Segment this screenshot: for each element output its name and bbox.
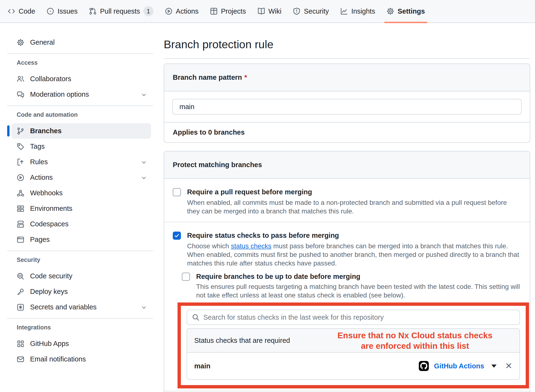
page-title: Branch protection rule <box>164 38 530 51</box>
sidebar-item-branches[interactable]: Branches <box>11 123 151 139</box>
tab-wiki[interactable]: Wiki <box>252 0 287 23</box>
tab-code-label: Code <box>19 7 35 15</box>
repo-tab-bar: Code Issues Pull requests 1 Actions Proj… <box>0 0 535 23</box>
option-require-up-to-date: Require branches to be up to date before… <box>182 272 521 300</box>
sidebar-item-pages[interactable]: Pages <box>11 232 151 247</box>
require-pull-request-checkbox[interactable] <box>173 188 181 196</box>
tab-settings[interactable]: Settings <box>381 0 430 23</box>
rules-icon <box>17 158 24 166</box>
sidebar-divider <box>7 106 153 106</box>
book-icon <box>257 7 265 15</box>
required-status-checks-header: Status checks that are required Ensure t… <box>187 329 519 353</box>
browser-icon <box>17 236 24 244</box>
sidebar-item-label: Actions <box>30 174 53 181</box>
sidebar-divider <box>7 318 153 319</box>
sidebar-item-label: General <box>30 38 55 46</box>
check-icon <box>174 233 180 238</box>
apps-grid-icon <box>17 340 24 348</box>
tab-security[interactable]: Security <box>287 0 335 23</box>
sidebar-section-integrations: Integrations <box>11 322 151 333</box>
dropdown-caret-icon[interactable] <box>491 365 497 368</box>
github-actions-app-link[interactable]: GitHub Actions <box>434 362 484 370</box>
sidebar-item-codespaces[interactable]: Codespaces <box>11 216 151 232</box>
status-checks-link[interactable]: status checks <box>231 242 272 250</box>
sidebar-item-webhooks[interactable]: Webhooks <box>11 185 151 201</box>
git-pull-request-icon <box>89 7 97 15</box>
sidebar-item-label: Pages <box>30 236 50 244</box>
chevron-down-icon <box>141 175 147 181</box>
tab-wiki-label: Wiki <box>268 7 282 15</box>
annotation-line-2: are enforced within this list <box>321 341 509 351</box>
annotation-highlight-box: Status checks that are required Ensure t… <box>178 302 529 388</box>
sidebar-item-moderation-options[interactable]: Moderation options <box>11 87 151 102</box>
sidebar-item-label: Email notifications <box>30 355 86 363</box>
play-icon <box>17 174 24 181</box>
sidebar-section-code-and-automation: Code and automation <box>11 109 151 120</box>
branch-name-pattern-header: Branch name pattern* <box>164 64 530 91</box>
sidebar-item-label: Secrets and variables <box>30 303 97 311</box>
option-divider <box>164 391 530 391</box>
status-checks-search-input[interactable] <box>203 313 515 321</box>
required-status-checks-list: Status checks that are required Ensure t… <box>187 328 520 380</box>
require-up-to-date-checkbox[interactable] <box>182 273 190 281</box>
sidebar-item-actions[interactable]: Actions <box>11 170 151 185</box>
branch-name-pattern-input[interactable] <box>172 99 522 115</box>
require-status-checks-desc: Choose which status checks must pass bef… <box>187 242 521 268</box>
asterisk-box-icon <box>17 303 24 311</box>
protect-matching-branches-card: Protect matching branches Require a pull… <box>164 151 530 392</box>
sidebar-item-label: Environments <box>30 205 72 212</box>
git-branch-icon <box>17 127 24 135</box>
sidebar-item-label: Moderation options <box>30 90 89 98</box>
sidebar-item-email-notifications[interactable]: Email notifications <box>11 351 151 367</box>
sidebar-item-general[interactable]: General <box>11 35 151 50</box>
tab-projects[interactable]: Projects <box>204 0 252 23</box>
sidebar-item-collaborators[interactable]: Collaborators <box>11 71 151 87</box>
branch-name-pattern-card: Branch name pattern* Applies to 0 branch… <box>164 64 530 143</box>
tab-insights[interactable]: Insights <box>335 0 381 23</box>
applies-to-branches: Applies to 0 branches <box>164 122 530 142</box>
github-mark-icon <box>420 362 427 370</box>
option-require-pull-request: Require a pull request before merging Wh… <box>164 179 530 222</box>
required-status-checks-header-label: Status checks that are required <box>194 337 290 344</box>
tab-pull-requests-label: Pull requests <box>100 7 140 15</box>
mail-icon <box>17 355 24 363</box>
tab-actions-label: Actions <box>176 7 199 15</box>
chevron-down-icon <box>141 92 147 98</box>
tab-settings-label: Settings <box>398 7 425 15</box>
sidebar-item-secrets-and-variables[interactable]: Secrets and variables <box>11 299 151 315</box>
annotation-line-1: Ensure that no Nx Cloud status checks <box>321 330 509 341</box>
pull-requests-count-badge: 1 <box>143 6 153 16</box>
sidebar-item-environments[interactable]: Environments <box>11 201 151 216</box>
github-actions-avatar <box>419 361 429 371</box>
status-check-name: main <box>194 362 210 370</box>
sidebar-item-tags[interactable]: Tags <box>11 139 151 154</box>
tab-projects-label: Projects <box>221 7 246 15</box>
codespaces-icon <box>17 220 24 228</box>
tab-issues[interactable]: Issues <box>41 0 83 23</box>
option-require-status-checks: Require status checks to pass before mer… <box>164 222 530 392</box>
tab-actions[interactable]: Actions <box>159 0 204 23</box>
tab-issues-label: Issues <box>58 7 78 15</box>
sidebar-item-label: Branches <box>30 127 62 135</box>
status-checks-search <box>187 310 520 325</box>
sidebar-item-label: Webhooks <box>30 189 63 197</box>
code-icon <box>8 7 15 15</box>
people-icon <box>17 75 24 83</box>
sidebar-item-deploy-keys[interactable]: Deploy keys <box>11 284 151 299</box>
tab-code[interactable]: Code <box>8 0 41 23</box>
require-up-to-date-label: Require branches to be up to date before… <box>196 272 521 281</box>
sidebar-item-rules[interactable]: Rules <box>11 154 151 170</box>
tab-insights-label: Insights <box>351 7 375 15</box>
settings-sidebar: General Access Collaborators Moderation … <box>11 35 151 367</box>
comment-discussion-icon <box>17 91 24 98</box>
sidebar-section-security: Security <box>11 254 151 265</box>
remove-status-check-icon[interactable]: ✕ <box>505 362 512 370</box>
sidebar-section-access: Access <box>11 57 151 68</box>
require-status-checks-label: Require status checks to pass before mer… <box>187 231 521 240</box>
require-status-checks-checkbox[interactable] <box>173 232 181 240</box>
tab-pull-requests[interactable]: Pull requests 1 <box>83 0 159 23</box>
sidebar-item-github-apps[interactable]: GitHub Apps <box>11 336 151 351</box>
sidebar-item-label: Code security <box>30 272 72 280</box>
sidebar-item-code-security[interactable]: Code security <box>11 268 151 284</box>
gear-icon <box>387 7 394 15</box>
